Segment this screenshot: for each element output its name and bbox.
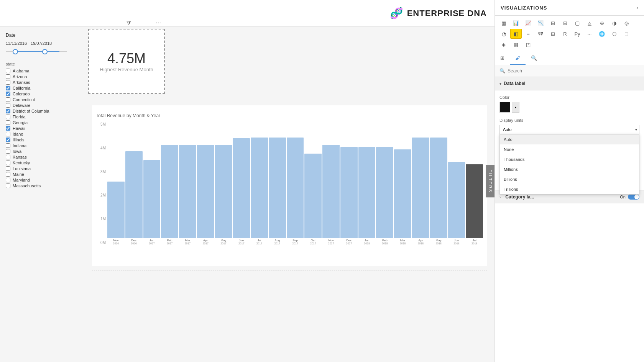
- viz-icon-scatter[interactable]: ⊕: [596, 18, 608, 28]
- bar-Apr-2017[interactable]: [197, 145, 214, 238]
- bar-Jun-2017[interactable]: [233, 138, 250, 238]
- state-checkbox-colorado[interactable]: [6, 92, 10, 96]
- bar-May-2017[interactable]: [215, 145, 232, 238]
- category-toggle[interactable]: [628, 194, 639, 200]
- state-name: Arizona: [13, 74, 27, 79]
- viz-icon-donut[interactable]: ◎: [621, 18, 632, 28]
- tab-fields[interactable]: ⊞: [495, 52, 510, 65]
- state-checkbox-kansas[interactable]: [6, 155, 10, 159]
- viz-icon-pie[interactable]: ◑: [608, 18, 620, 28]
- viz-icon-active[interactable]: ◧: [510, 29, 522, 39]
- state-checkbox-arkansas[interactable]: [6, 80, 10, 85]
- state-checkbox-florida[interactable]: [6, 115, 10, 119]
- viz-icon-map[interactable]: 🗺: [535, 29, 546, 39]
- state-checkbox-maryland[interactable]: [6, 178, 10, 182]
- collapse-button[interactable]: ‹: [636, 5, 638, 11]
- viz-icon-custom2[interactable]: ◻: [621, 29, 632, 39]
- bar-May-2018[interactable]: [430, 138, 447, 238]
- display-units-prop: Display units Auto None Thousands Millio…: [499, 118, 639, 134]
- state-checkbox-kentucky[interactable]: [6, 161, 10, 165]
- bar-Dec-2017[interactable]: [340, 147, 358, 238]
- state-checkbox-idaho[interactable]: [6, 132, 10, 136]
- data-label-section-header[interactable]: ▾ Data label: [495, 77, 644, 90]
- viz-icon-custom3[interactable]: ◈: [498, 39, 509, 49]
- display-units-select[interactable]: Auto None Thousands Millions Billions Tr…: [499, 125, 639, 134]
- state-checkbox-connecticut[interactable]: [6, 97, 10, 102]
- bar-Oct-2017[interactable]: [304, 154, 322, 238]
- viz-icon-r[interactable]: R: [559, 29, 571, 39]
- state-checkbox-massachusetts[interactable]: [6, 183, 10, 188]
- dropdown-item-none[interactable]: None: [500, 144, 639, 154]
- filters-tab[interactable]: FILTERS: [486, 165, 495, 197]
- bar-Sep-2017[interactable]: [287, 138, 304, 238]
- state-checkbox-arizona[interactable]: [6, 74, 10, 79]
- category-left: › Category la...: [499, 194, 534, 200]
- viz-icon-bar[interactable]: 📊: [510, 18, 522, 28]
- viz-icon-treemap[interactable]: ⊞: [547, 29, 559, 39]
- slider-thumb-right[interactable]: [42, 49, 48, 54]
- viz-icon-more[interactable]: ···: [584, 29, 595, 39]
- date-slider[interactable]: [6, 48, 79, 56]
- state-checkbox-indiana[interactable]: [6, 143, 10, 148]
- bar-Nov-2017[interactable]: [322, 145, 340, 238]
- bar-Jul-2017[interactable]: [251, 138, 268, 238]
- tab-format[interactable]: 🖌: [510, 52, 526, 65]
- dropdown-item-billions[interactable]: Billions: [500, 174, 639, 184]
- state-checkbox-california[interactable]: [6, 86, 10, 90]
- bar-Dec-2016[interactable]: [125, 151, 143, 238]
- state-checkbox-maine[interactable]: [6, 172, 10, 177]
- category-right: On: [620, 194, 639, 200]
- state-checkbox-georgia[interactable]: [6, 120, 10, 125]
- viz-icon-line[interactable]: 📈: [522, 18, 534, 28]
- bar-Jul-2018[interactable]: [466, 164, 483, 238]
- bar-Jan-2018[interactable]: [358, 147, 376, 238]
- viz-icon-custom1[interactable]: ⬡: [608, 29, 620, 39]
- viz-icon-matrix[interactable]: ⊟: [559, 18, 571, 28]
- tab-analytics[interactable]: 🔍: [526, 52, 542, 65]
- dropdown-item-auto[interactable]: Auto: [500, 134, 639, 144]
- state-name: Kentucky: [13, 161, 30, 165]
- state-checkbox-district-of-columbia[interactable]: [6, 109, 10, 113]
- bar-Apr-2018[interactable]: [412, 138, 429, 238]
- bar-Jan-2017[interactable]: [143, 160, 161, 238]
- color-dropdown-btn[interactable]: ▾: [512, 102, 519, 113]
- bar-Mar-2018[interactable]: [394, 149, 411, 238]
- state-checkbox-louisiana[interactable]: [6, 166, 10, 171]
- bar-Nov-2016[interactable]: [107, 182, 125, 238]
- viz-icon-combo[interactable]: 📉: [535, 18, 546, 28]
- bar-Aug-2017[interactable]: [269, 138, 286, 238]
- viz-icon-gauge[interactable]: ◔: [498, 29, 509, 39]
- state-checkbox-illinois[interactable]: [6, 138, 10, 142]
- bar-Mar-2017[interactable]: [179, 145, 196, 238]
- viz-icon-waterfall[interactable]: ≡: [522, 29, 534, 39]
- viz-icon-card[interactable]: ▢: [572, 18, 583, 28]
- more-icon[interactable]: ···: [156, 20, 162, 25]
- bar-Jun-2018[interactable]: [448, 162, 465, 238]
- viz-icon-custom5[interactable]: ◰: [522, 39, 534, 49]
- color-swatch[interactable]: [499, 102, 510, 113]
- viz-icon-funnel[interactable]: ◬: [584, 18, 595, 28]
- state-checkbox-iowa[interactable]: [6, 149, 10, 154]
- dropdown-item-millions[interactable]: Millions: [500, 164, 639, 174]
- viz-icon-globe[interactable]: 🌐: [596, 29, 608, 39]
- bar-Feb-2017[interactable]: [161, 145, 178, 238]
- kpi-value: 4.75M: [107, 51, 146, 67]
- viz-icon-table[interactable]: ⊞: [547, 18, 559, 28]
- dropdown-item-trillions[interactable]: Trillions: [500, 184, 639, 194]
- state-checkbox-alabama[interactable]: [6, 69, 10, 73]
- viz-icon-stacked-bar[interactable]: ▦: [498, 18, 509, 28]
- dropdown-item-thousands[interactable]: Thousands: [500, 154, 639, 164]
- color-label: Color: [499, 95, 639, 100]
- viz-icon-custom4[interactable]: ▩: [510, 39, 522, 49]
- bar-Feb-2018[interactable]: [376, 147, 393, 238]
- viz-icon-py[interactable]: Py: [572, 29, 583, 39]
- search-input[interactable]: [508, 68, 639, 74]
- category-label-title: Category la...: [505, 194, 534, 200]
- chart-area: ⧩ ··· 4.75M Highest Revenue Month Total …: [84, 27, 495, 362]
- state-list: AlabamaArizonaArkansasCaliforniaColorado…: [6, 69, 79, 188]
- state-checkbox-hawaii[interactable]: [6, 126, 10, 131]
- slider-thumb-left[interactable]: [13, 49, 18, 54]
- y-label-0m: 0M: [100, 241, 106, 245]
- state-name: Hawaii: [13, 126, 25, 131]
- state-checkbox-delaware[interactable]: [6, 103, 10, 108]
